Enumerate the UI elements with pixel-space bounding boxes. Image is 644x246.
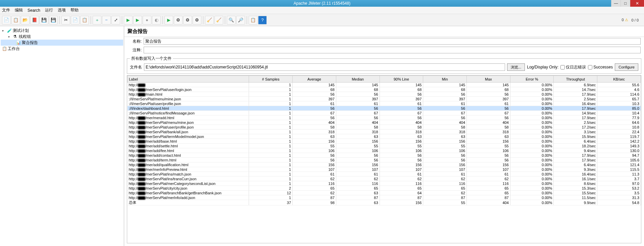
menu-edit[interactable]: 编辑	[15, 7, 23, 13]
expand-icon[interactable]: ＋	[93, 16, 101, 24]
table-row[interactable]: http://xxxx11451451451451450.00%6.9/sec5…	[128, 83, 641, 87]
tree-thread-group[interactable]: ▾⚗线程组	[1, 34, 123, 40]
help-icon[interactable]: ?	[258, 16, 267, 24]
table-cell: 68	[380, 87, 423, 92]
table-row[interactable]: http://xxxx/merServPlat/merInfo/add.json…	[128, 195, 641, 200]
tree-root[interactable]: ▾🧪测试计划	[1, 28, 123, 34]
tree-aggregate-report[interactable]: 📊聚合报告	[1, 40, 123, 46]
column-header[interactable]: Min	[423, 76, 467, 83]
toggle-icon[interactable]: ⤢	[111, 16, 120, 24]
table-cell: http://xxxx/mer/add/fee.html	[128, 148, 249, 153]
table-row[interactable]: http://xxxx/mer/add/fee.html110610610610…	[128, 148, 641, 153]
configure-button[interactable]: Configure	[615, 63, 638, 71]
table-row[interactable]: http://xxxx/mer/meradd.html156565656560.…	[128, 115, 641, 120]
table-row[interactable]: ://l/merServPlat/user/profile.json161616…	[128, 101, 641, 106]
remote-start-icon[interactable]: ▶	[164, 16, 173, 24]
comment-input[interactable]	[144, 47, 641, 53]
tree-workbench[interactable]: 📋工作台	[1, 46, 123, 52]
remote-start-all-icon[interactable]: ⚙	[174, 16, 183, 24]
column-header[interactable]: Median	[336, 76, 380, 83]
table-row[interactable]: ://l/merServPlat/notice/findMessage.json…	[128, 111, 641, 115]
table-cell: 145	[467, 83, 510, 87]
table-cell: 107	[336, 167, 380, 172]
search-icon[interactable]: 🔍	[227, 16, 236, 24]
clear-all-icon[interactable]: 🧹	[214, 16, 223, 24]
start-notimer-icon[interactable]: ▶	[133, 16, 142, 24]
table-row[interactable]: http://xxxx/merServPlat/city/city.json26…	[128, 186, 641, 191]
column-header[interactable]: 90% Line	[380, 76, 423, 83]
table-row[interactable]: http://xxxx/merServPlat/bank/all.json131…	[128, 130, 641, 134]
table-cell: 67	[423, 111, 467, 115]
table-row[interactable]: http://xxxx/mer/add/settle.html155555555…	[128, 144, 641, 148]
minimize-button[interactable]: —	[611, 0, 621, 7]
open-icon[interactable]: 📂	[21, 16, 30, 24]
name-input[interactable]	[144, 38, 641, 45]
copy-icon[interactable]: 📄	[71, 16, 80, 24]
menu-search[interactable]: Search	[28, 8, 40, 13]
function-helper-icon[interactable]: 📋	[249, 16, 257, 24]
cut-icon[interactable]: ✂	[61, 16, 70, 24]
saveas-icon[interactable]: 💾	[49, 16, 58, 24]
table-row[interactable]: http://xxxx/merServPlat/ins/transCurr.js…	[128, 177, 641, 181]
remote-stop-icon[interactable]: ⚙	[183, 16, 192, 24]
table-cell: 65	[467, 191, 510, 195]
results-table[interactable]: Label# SamplesAverageMedian90% LineMinMa…	[127, 75, 641, 243]
menu-options[interactable]: 选项	[58, 7, 66, 13]
remote-stop-all-icon[interactable]: ⚙	[193, 16, 201, 24]
close-button[interactable]: ✕	[630, 0, 644, 7]
table-row[interactable]: http://xxxx/merServPlat/user/profile.jso…	[128, 125, 641, 130]
column-header[interactable]: KB/sec	[597, 76, 641, 83]
table-cell: 1	[249, 195, 293, 200]
table-row[interactable]: http://xxxx/mer/add/qualification.html11…	[128, 162, 641, 167]
new-icon[interactable]: 📄	[2, 16, 11, 24]
reset-search-icon[interactable]: 🔎	[236, 16, 245, 24]
errors-only-checkbox[interactable]	[560, 65, 565, 69]
table-cell: 87	[423, 195, 467, 200]
column-header[interactable]: Throughput	[554, 76, 597, 83]
table-row[interactable]: http://xxxx/main.html156565656560.00%17.…	[128, 92, 641, 97]
paste-icon[interactable]: 📋	[80, 16, 89, 24]
table-row[interactable]: http://xxxx/mer/add/term.html15656565656…	[128, 158, 641, 162]
collapse-icon[interactable]: −	[102, 16, 111, 24]
filename-input[interactable]	[144, 63, 505, 71]
column-header[interactable]: Average	[293, 76, 336, 83]
table-cell: 56	[467, 153, 510, 158]
table-row[interactable]: http://xxxx/mer/add/contact.html15656565…	[128, 153, 641, 158]
templates-icon[interactable]: 📋	[11, 16, 20, 24]
table-cell: 318	[293, 130, 336, 134]
table-cell: 1	[249, 111, 293, 115]
table-cell: 3.1/sec	[554, 130, 597, 134]
table-cell: 156	[336, 162, 380, 167]
browse-button[interactable]: 浏览...	[507, 63, 525, 71]
clear-icon[interactable]: 🧹	[205, 16, 214, 24]
table-row[interactable]: http://xxxx/merServPlat/termModel/model.…	[128, 134, 641, 139]
table-row[interactable]: ://l/index/dashboard.html156565656560.00…	[128, 106, 641, 111]
table-row[interactable]: http://xxxx/merServPlat/merCategory/seco…	[128, 181, 641, 186]
close-icon[interactable]: 📕	[30, 16, 39, 24]
table-cell: ://l/merServPlat/notice/findMessage.json	[128, 111, 249, 115]
test-plan-tree[interactable]: ▾🧪测试计划 ▾⚗线程组 📊聚合报告 📋工作台	[0, 26, 124, 246]
table-row[interactable]: ://l/merServPlat/menu/mine.json139739739…	[128, 97, 641, 101]
table-row[interactable]: http://xxxx/mer/add/base.html11561561561…	[128, 139, 641, 144]
successes-checkbox[interactable]	[588, 65, 592, 69]
stop-icon[interactable]: ●	[143, 16, 151, 24]
column-header[interactable]: Error %	[510, 76, 554, 83]
start-icon[interactable]: ▶	[124, 16, 133, 24]
shutdown-icon[interactable]: ◐	[152, 16, 161, 24]
table-row[interactable]: http://xxxx/merServPlat/ins/match.json16…	[128, 172, 641, 177]
table-row[interactable]: http://xxxx/merServPlat/branchBank/getBr…	[128, 191, 641, 195]
column-header[interactable]: Max	[467, 76, 510, 83]
column-header[interactable]: Label	[128, 76, 249, 83]
table-row[interactable]: http://xxxx/merServPlat/menu/mine.json14…	[128, 120, 641, 125]
table-row[interactable]: http://xxxx/merServPlat/user/login.json1…	[128, 87, 641, 92]
table-row[interactable]: http://xxxx/mer/merInfoPreview.html11071…	[128, 167, 641, 172]
menu-help[interactable]: 帮助	[70, 7, 79, 13]
menu-run[interactable]: 运行	[45, 7, 53, 13]
table-cell: 62	[293, 191, 336, 195]
menu-file[interactable]: 文件	[2, 7, 10, 13]
table-cell: 65	[336, 186, 380, 191]
table-row[interactable]: 总体379863156554040.00%9.9/sec54.8	[128, 200, 641, 205]
save-icon[interactable]: 💾	[40, 16, 48, 24]
column-header[interactable]: # Samples	[249, 76, 293, 83]
maximize-button[interactable]: □	[621, 0, 630, 7]
